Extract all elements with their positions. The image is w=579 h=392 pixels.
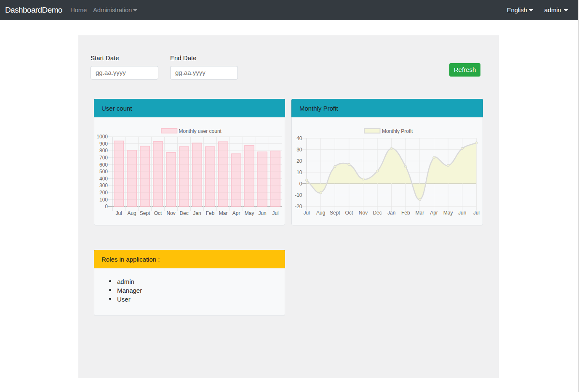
svg-text:300: 300 — [99, 183, 108, 188]
svg-text:Apr: Apr — [430, 210, 438, 216]
svg-text:Mar: Mar — [416, 210, 424, 216]
svg-text:500: 500 — [99, 169, 108, 175]
svg-text:600: 600 — [99, 162, 108, 168]
svg-text:-20: -20 — [295, 204, 302, 209]
svg-text:Jan: Jan — [387, 210, 395, 216]
svg-text:May: May — [443, 210, 453, 216]
svg-text:-10: -10 — [295, 192, 302, 198]
svg-text:Dec: Dec — [373, 210, 382, 216]
svg-text:20: 20 — [296, 158, 302, 164]
svg-text:0: 0 — [299, 181, 302, 187]
svg-text:Jul: Jul — [473, 210, 480, 216]
svg-text:Dec: Dec — [179, 210, 188, 216]
svg-text:100: 100 — [99, 197, 108, 203]
svg-text:Aug: Aug — [127, 210, 136, 216]
svg-text:Nov: Nov — [166, 210, 175, 216]
svg-text:10: 10 — [296, 170, 302, 175]
svg-text:Jan: Jan — [193, 210, 201, 216]
svg-text:Jun: Jun — [458, 210, 466, 216]
svg-text:900: 900 — [99, 141, 108, 147]
svg-text:Sept: Sept — [330, 210, 340, 216]
svg-text:Mar: Mar — [219, 210, 228, 216]
svg-text:Monthly Profit: Monthly Profit — [382, 128, 413, 134]
svg-text:Feb: Feb — [401, 210, 410, 216]
svg-text:Jul: Jul — [303, 210, 310, 216]
svg-text:30: 30 — [296, 147, 302, 153]
svg-text:Oct: Oct — [345, 210, 353, 216]
svg-text:40: 40 — [296, 135, 302, 141]
svg-text:200: 200 — [99, 190, 108, 196]
svg-text:Jul: Jul — [115, 210, 122, 216]
svg-text:Jun: Jun — [258, 210, 266, 216]
svg-text:Feb: Feb — [206, 210, 215, 216]
svg-text:Sept: Sept — [140, 210, 150, 216]
svg-text:Apr: Apr — [232, 210, 240, 216]
svg-text:800: 800 — [99, 148, 108, 154]
svg-text:Monthly user count: Monthly user count — [179, 128, 222, 134]
svg-text:Jul: Jul — [272, 210, 278, 216]
svg-text:Oct: Oct — [154, 210, 162, 216]
svg-text:Aug: Aug — [316, 210, 325, 216]
svg-text:Nov: Nov — [359, 210, 368, 216]
svg-text:700: 700 — [99, 155, 108, 161]
svg-text:1000: 1000 — [96, 134, 108, 140]
svg-text:400: 400 — [99, 176, 108, 182]
svg-text:May: May — [245, 210, 254, 216]
svg-text:0: 0 — [105, 204, 108, 209]
